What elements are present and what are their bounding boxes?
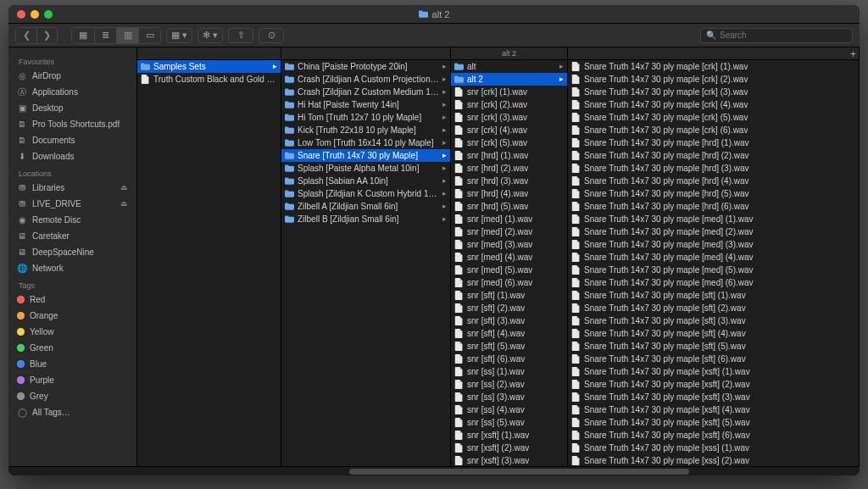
file-row[interactable]: Snare Truth 14x7 30 ply maple [hrd] (5).… [568,187,859,200]
file-row[interactable]: Snare Truth 14x7 30 ply maple [sft] (6).… [568,353,859,365]
sidebar-item[interactable]: ◯All Tags… [8,404,136,420]
file-row[interactable]: Crash [Zildjian A Custom Projection 19in… [281,73,450,86]
file-row[interactable]: Splash [Sabian AA 10in]▸ [281,175,450,187]
sidebar-item[interactable]: 🗎Documents [8,132,136,148]
file-row[interactable]: snr [crk] (1).wav [451,86,567,98]
icon-view-button[interactable]: ▦ [72,28,94,43]
file-row[interactable]: snr [xsft] (2).wav [451,442,567,454]
file-row[interactable]: Truth Custom Black and Gold [info].txt [137,73,281,86]
file-row[interactable]: Snare Truth 14x7 30 ply maple [xsft] (4)… [568,403,859,416]
file-row[interactable]: snr [ss] (3).wav [451,391,567,403]
sidebar-item[interactable]: ⛃LIVE_DRIVE⏏ [8,196,136,212]
file-row[interactable]: snr [med] (6).wav [451,276,567,289]
file-row[interactable]: Snare Truth 14x7 30 ply maple [xsft] (5)… [568,416,859,429]
file-row[interactable]: Snare Truth 14x7 30 ply maple [crk] (2).… [568,73,859,86]
file-row[interactable]: Snare Truth 14x7 30 ply maple [med] (5).… [568,264,859,276]
file-row[interactable]: Snare Truth 14x7 30 ply maple [crk] (3).… [568,86,859,98]
sidebar-item[interactable]: Green [8,340,136,356]
sidebar-item[interactable]: ⬇Downloads [8,148,136,164]
file-row[interactable]: Snare Truth 14x7 30 ply maple [sft] (1).… [568,289,859,302]
file-row[interactable]: snr [xsft] (3).wav [451,454,567,466]
file-row[interactable]: snr [med] (5).wav [451,264,567,276]
sidebar-item[interactable]: ◎AirDrop [8,68,136,84]
tags-button[interactable]: ⊙ [259,28,284,43]
file-row[interactable]: snr [sft] (2).wav [451,302,567,314]
file-row[interactable]: Hi Tom [Truth 12x7 10 ply Maple]▸ [281,111,450,124]
file-row[interactable]: snr [ss] (5).wav [451,416,567,429]
file-row[interactable]: Zilbell B [Zildjian Small 6in]▸ [281,213,450,225]
file-row[interactable]: Snare Truth 14x7 30 ply maple [sft] (3).… [568,314,859,327]
file-row[interactable]: snr [hrd] (1).wav [451,149,567,162]
file-row[interactable]: snr [med] (4).wav [451,251,567,264]
file-row[interactable]: snr [med] (2).wav [451,225,567,238]
file-row[interactable]: Snare Truth 14x7 30 ply maple [hrd] (2).… [568,149,859,162]
share-button[interactable]: ⇪ [228,28,253,43]
file-row[interactable]: alt 2▸ [451,73,567,86]
action-button[interactable]: ✻▾ [198,28,223,43]
eject-icon[interactable]: ⏏ [120,181,128,194]
sidebar-item[interactable]: Red [8,292,136,308]
minimize-button[interactable] [31,10,39,19]
sidebar-item[interactable]: 🖥DeepSpaceNine [8,244,136,260]
file-row[interactable]: Snare Truth 14x7 30 ply maple [med] (2).… [568,225,859,238]
fullscreen-button[interactable] [44,10,53,19]
arrange-button[interactable]: ▦▾ [166,28,192,43]
file-row[interactable]: Snare Truth 14x7 30 ply maple [xss] (2).… [568,454,859,466]
gallery-view-button[interactable]: ▭ [138,28,160,43]
file-row[interactable]: Snare Truth 14x7 30 ply maple [hrd] (6).… [568,200,859,213]
file-row[interactable]: snr [hrd] (5).wav [451,200,567,213]
file-row[interactable]: snr [crk] (5).wav [451,136,567,149]
file-row[interactable]: Hi Hat [Paiste Twenty 14in]▸ [281,98,450,111]
sidebar-item[interactable]: Orange [8,308,136,324]
file-row[interactable]: Snare Truth 14x7 30 ply maple [crk] (6).… [568,124,859,136]
sidebar-item[interactable]: ◉Remote Disc [8,212,136,228]
file-row[interactable]: snr [hrd] (3).wav [451,175,567,187]
file-row[interactable]: Snare Truth 14x7 30 ply maple [crk] (5).… [568,111,859,124]
sidebar-item[interactable]: Grey [8,388,136,404]
file-row[interactable]: Snare Truth 14x7 30 ply maple [xsft] (2)… [568,378,859,391]
file-row[interactable]: snr [xsft] (1).wav [451,429,567,442]
file-row[interactable]: alt▸ [451,60,567,73]
file-row[interactable]: Snare Truth 14x7 30 ply maple [sft] (2).… [568,302,859,314]
file-row[interactable]: Snare [Truth 14x7 30 ply Maple]▸ [281,149,450,162]
file-row[interactable]: snr [ss] (2).wav [451,378,567,391]
list-view-button[interactable]: ≣ [94,28,116,43]
file-row[interactable]: Snare Truth 14x7 30 ply maple [hrd] (1).… [568,136,859,149]
column-view-button[interactable]: ▥ [116,28,138,43]
file-row[interactable]: Splash [Paiste Alpha Metal 10in]▸ [281,162,450,175]
file-row[interactable]: snr [ss] (1).wav [451,365,567,378]
sidebar-item[interactable]: ⛃Libraries⏏ [8,180,136,196]
file-row[interactable]: Snare Truth 14x7 30 ply maple [hrd] (4).… [568,175,859,187]
file-row[interactable]: Crash [Zildjian Z Custom Medium 19in]▸ [281,86,450,98]
file-row[interactable]: Snare Truth 14x7 30 ply maple [med] (4).… [568,251,859,264]
file-row[interactable]: Splash [Zildjian K Custom Hybrid 11in]▸ [281,187,450,200]
file-row[interactable]: Snare Truth 14x7 30 ply maple [xsft] (6)… [568,429,859,442]
sidebar-item[interactable]: 🖥Caretaker [8,228,136,244]
sidebar-item[interactable]: Purple [8,372,136,388]
file-row[interactable]: Zilbell A [Zildjian Small 6in]▸ [281,200,450,213]
file-row[interactable]: Snare Truth 14x7 30 ply maple [sft] (4).… [568,327,859,340]
search-field[interactable]: 🔍 [700,28,853,43]
add-column-button[interactable]: + [850,48,856,60]
file-row[interactable]: Snare Truth 14x7 30 ply maple [crk] (4).… [568,98,859,111]
file-row[interactable]: snr [crk] (2).wav [451,98,567,111]
file-row[interactable]: Snare Truth 14x7 30 ply maple [med] (6).… [568,276,859,289]
file-row[interactable]: snr [med] (1).wav [451,213,567,225]
search-input[interactable] [720,31,847,40]
file-row[interactable]: Snare Truth 14x7 30 ply maple [med] (1).… [568,213,859,225]
file-row[interactable]: snr [sft] (1).wav [451,289,567,302]
file-row[interactable]: snr [med] (3).wav [451,238,567,251]
back-button[interactable]: ❮ [16,28,36,43]
eject-icon[interactable]: ⏏ [120,197,128,210]
file-row[interactable]: Snare Truth 14x7 30 ply maple [sft] (5).… [568,340,859,353]
sidebar-item[interactable]: Blue [8,356,136,372]
file-row[interactable]: Snare Truth 14x7 30 ply maple [xss] (1).… [568,442,859,454]
file-row[interactable]: Snare Truth 14x7 30 ply maple [crk] (1).… [568,60,859,73]
close-button[interactable] [17,10,25,19]
file-row[interactable]: snr [sft] (3).wav [451,314,567,327]
file-row[interactable]: Samples Sets▸ [137,60,281,73]
horizontal-scrollbar[interactable] [8,466,860,475]
sidebar-item[interactable]: ⒶApplications [8,84,136,100]
file-row[interactable]: snr [sft] (6).wav [451,353,567,365]
file-row[interactable]: snr [crk] (3).wav [451,111,567,124]
